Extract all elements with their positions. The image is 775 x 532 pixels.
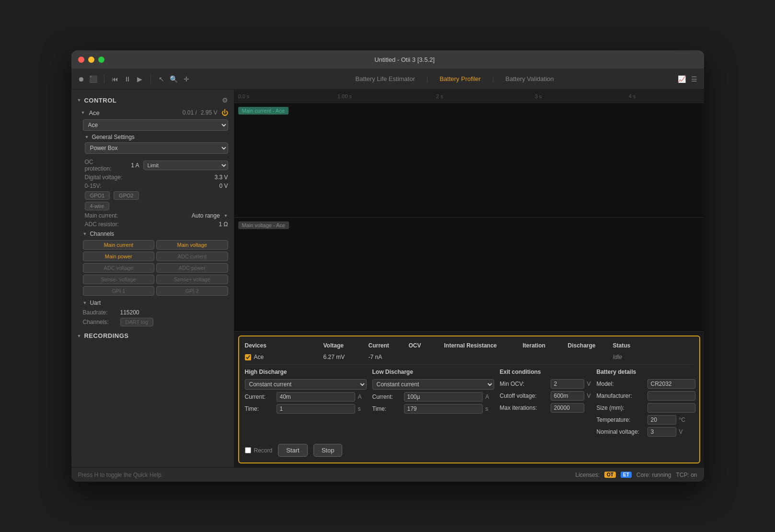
main-current-row: Main current: Auto range ▼	[71, 211, 234, 220]
manufacturer-label: Manufacturer:	[597, 393, 645, 399]
gpio-row: GPO1 GPO2	[71, 190, 234, 201]
oc-limit-select[interactable]: Limit	[143, 161, 228, 170]
toolbar-separator-2	[150, 74, 151, 84]
close-button[interactable]	[78, 57, 84, 63]
minimize-button[interactable]	[88, 57, 94, 63]
nav-battery-validation[interactable]: Battery Validation	[506, 73, 554, 84]
max-iterations-input[interactable]	[551, 403, 584, 413]
maximize-button[interactable]	[98, 57, 104, 63]
chart-area: 0.0 s 1.00 s 2 s 3 s 4 s Main current - …	[234, 90, 704, 467]
gpo1-button[interactable]: GPO1	[85, 191, 110, 200]
nominal-voltage-field: Nominal voltage: V	[597, 427, 695, 437]
high-discharge-time-label: Time:	[245, 405, 274, 412]
device-select[interactable]: Ace	[83, 119, 228, 131]
min-ocv-input[interactable]	[551, 379, 584, 389]
tick-0: 0.0 s	[238, 93, 250, 99]
adc-resistor-label: ADC resistor:	[85, 221, 200, 228]
stop-icon[interactable]: ⬛	[90, 75, 97, 83]
nominal-voltage-input[interactable]	[648, 427, 676, 437]
cutoff-voltage-label: Cutoff voltage:	[500, 393, 548, 399]
zero-15v-label: 0-15V:	[85, 183, 200, 189]
step-back-icon[interactable]: ⏮	[111, 75, 119, 83]
control-section-header[interactable]: ▼ CONTROL ⚙	[71, 93, 234, 107]
high-discharge-type-select[interactable]: Constant current	[245, 379, 367, 390]
record-circle-icon[interactable]: ⏺	[77, 75, 85, 83]
high-discharge-time-input[interactable]	[277, 404, 355, 414]
ch-main-power-btn[interactable]: Main power	[83, 252, 155, 261]
model-input[interactable]	[648, 379, 695, 389]
pause-icon[interactable]: ⏸	[124, 75, 131, 83]
ch-main-current-btn[interactable]: Main current	[83, 240, 155, 250]
uart-header[interactable]: ▼ Uart	[83, 300, 228, 306]
record-checkbox[interactable]	[245, 447, 251, 453]
ch-gpi2-btn[interactable]: GPI 2	[156, 286, 228, 296]
recordings-section[interactable]: ▼ RECORDINGS	[71, 329, 234, 342]
ch-sense-pos-btn[interactable]: Sense+ voltage	[156, 275, 228, 284]
device-value2: 2.95 V	[201, 109, 218, 116]
baudrate-value: 115200	[120, 309, 139, 316]
low-discharge-type-select[interactable]: Constant current	[372, 379, 494, 390]
cursor-icon[interactable]: ↖	[158, 75, 165, 83]
device-label: Ace	[254, 354, 264, 360]
move-icon[interactable]: ✛	[183, 75, 190, 83]
license1-badge: OT	[604, 472, 616, 478]
power-box-select[interactable]: Power Box	[85, 142, 228, 154]
col-iteration: Iteration	[523, 342, 566, 349]
power-icon[interactable]: ⏻	[221, 109, 228, 116]
col-devices: Devices	[245, 342, 322, 349]
device-value1: 0.01 /	[183, 109, 197, 116]
channels-header[interactable]: ▼ Channels	[83, 231, 228, 237]
device-checkbox[interactable]	[245, 354, 251, 360]
titlebar: Untitled - Otii 3 [3.5.2]	[71, 50, 704, 69]
validation-table-header: Devices Voltage Current OCV Internal Res…	[245, 342, 694, 351]
col-discharge: Discharge	[568, 342, 611, 349]
manufacturer-input[interactable]	[648, 391, 695, 401]
nav-battery-life-estimator[interactable]: Battery Life Estimator	[356, 73, 415, 84]
ch-adc-current-btn[interactable]: ADC current	[156, 252, 228, 261]
settings-icon[interactable]: ⚙	[222, 96, 228, 104]
device-row: ▼ Ace 0.01 / 2.95 V ⏻	[71, 107, 234, 118]
low-discharge-time-input[interactable]	[404, 404, 483, 414]
low-discharge-current-unit: A	[486, 393, 494, 400]
search-icon[interactable]: 🔍	[170, 75, 178, 83]
chart-icon[interactable]: 📈	[678, 75, 686, 83]
start-button[interactable]: Start	[278, 444, 307, 457]
ch-main-voltage-btn[interactable]: Main voltage	[156, 240, 228, 250]
size-field: Size (mm):	[597, 403, 695, 413]
ch-sense-neg-btn[interactable]: Sense- voltage	[83, 275, 155, 284]
cutoff-voltage-input[interactable]	[551, 391, 584, 401]
general-settings-header[interactable]: ▼ General Settings	[85, 134, 228, 140]
high-discharge-title: High Discharge	[245, 369, 367, 375]
device-expand-icon[interactable]: ▼	[81, 110, 85, 115]
low-discharge-time-unit: s	[486, 405, 494, 412]
play-icon[interactable]: ▶	[136, 75, 144, 83]
low-discharge-current-input[interactable]	[404, 392, 483, 402]
high-discharge-current-label: Current:	[245, 393, 274, 400]
adc-resistor-value: 1 Ω	[204, 221, 228, 228]
low-discharge-title: Low Discharge	[372, 369, 494, 375]
menu-icon[interactable]: ☰	[691, 75, 698, 83]
control-header-left: ▼ CONTROL	[77, 97, 117, 104]
stop-button[interactable]: Stop	[313, 444, 343, 457]
nav-battery-profiler[interactable]: Battery Profiler	[440, 73, 481, 84]
row-voltage: 6.27 mV	[324, 354, 367, 360]
gpo2-button[interactable]: GPO2	[114, 191, 139, 200]
dart-log-button[interactable]: DART log	[120, 318, 153, 326]
four-wire-button[interactable]: 4-wire	[85, 202, 110, 210]
temperature-unit: °C	[679, 416, 685, 423]
size-input[interactable]	[648, 403, 695, 413]
model-field: Model:	[597, 379, 695, 389]
ch-gpi1-btn[interactable]: GPI 1	[83, 286, 155, 296]
high-discharge-current-input[interactable]	[277, 392, 355, 402]
low-discharge-current-field: Current: A	[372, 392, 494, 402]
temperature-input[interactable]	[648, 415, 676, 425]
max-iterations-label: Max iterations:	[500, 405, 548, 411]
ch-adc-voltage-btn[interactable]: ADC voltage	[83, 263, 155, 273]
baudrate-label: Baudrate:	[83, 309, 116, 316]
chart-panel-voltage: Main voltage - Ace	[234, 218, 704, 332]
charts-container: 0.0 s 1.00 s 2 s 3 s 4 s Main current - …	[234, 90, 704, 332]
digital-voltage-row: Digital voltage: 3.3 V	[71, 173, 234, 182]
ch-adc-power-btn[interactable]: ADC power	[156, 263, 228, 273]
low-discharge-section: Low Discharge Constant current Current: …	[372, 369, 494, 439]
main-content: ▼ CONTROL ⚙ ▼ Ace 0.01 / 2.95 V ⏻ Ace	[71, 90, 704, 467]
